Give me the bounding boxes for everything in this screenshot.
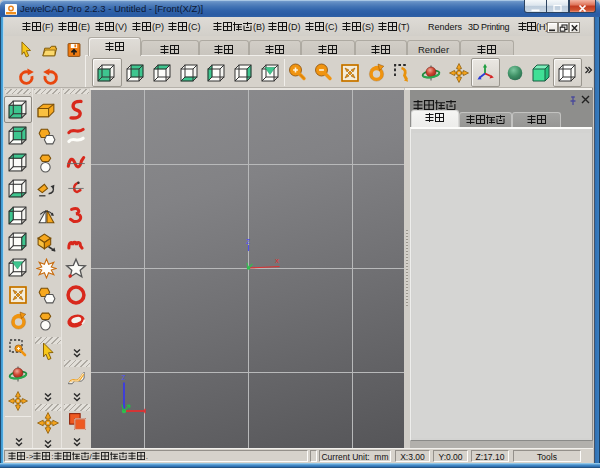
svg-text:z: z: [122, 372, 126, 382]
svg-text:x: x: [275, 256, 279, 265]
svg-text:z: z: [246, 236, 250, 246]
